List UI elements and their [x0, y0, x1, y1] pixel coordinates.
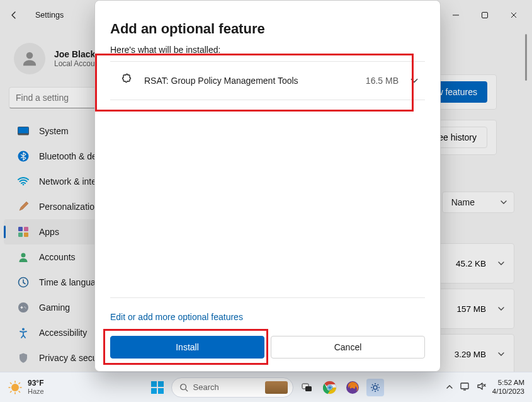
svg-rect-18	[151, 388, 157, 394]
svg-point-6	[23, 184, 25, 186]
svg-rect-4	[18, 134, 29, 135]
svg-rect-10	[24, 233, 28, 237]
svg-point-14	[22, 328, 25, 331]
puzzle-icon	[120, 73, 133, 88]
clock-time: 5:52 AM	[492, 379, 524, 387]
taskbar: 93°F Haze Search 5:52 AM 4/10/2023	[0, 372, 532, 402]
clock-date: 4/10/2023	[492, 388, 524, 396]
task-view-icon[interactable]	[298, 379, 316, 396]
apps-icon	[18, 226, 29, 238]
feature-name: RSAT: Group Policy Management Tools	[144, 76, 354, 86]
svg-point-29	[373, 386, 377, 389]
feature-size: 3.29 MB	[455, 350, 486, 359]
chevron-down-icon	[410, 76, 419, 85]
weather-temp: 93°F	[28, 379, 44, 388]
weather-condition: Haze	[28, 388, 44, 395]
clock[interactable]: 5:52 AM 4/10/2023	[492, 379, 524, 395]
chevron-down-icon	[497, 260, 505, 267]
svg-point-15	[11, 384, 19, 391]
feature-size: 45.2 KB	[456, 259, 486, 268]
chevron-down-icon	[500, 198, 507, 206]
start-button[interactable]	[149, 379, 166, 396]
search-preview-icon	[265, 381, 288, 394]
sidebar-item-label: Personalization	[39, 202, 99, 212]
chrome-icon[interactable]	[321, 379, 339, 396]
minimize-button[interactable]	[441, 5, 470, 25]
svg-point-20	[180, 384, 186, 389]
accounts-icon	[18, 251, 29, 263]
sidebar-item-label: Accessibility	[39, 328, 87, 338]
svg-rect-8	[24, 227, 28, 231]
svg-rect-16	[151, 381, 157, 387]
chevron-down-icon	[497, 305, 505, 313]
feature-item[interactable]: RSAT: Group Policy Management Tools 16.5…	[110, 61, 425, 100]
wifi-icon	[18, 176, 29, 187]
svg-rect-19	[158, 388, 164, 394]
window-title: Settings	[35, 11, 64, 20]
sidebar-item-label: Gaming	[39, 302, 70, 313]
sort-label: Name	[451, 197, 475, 207]
scrollbar[interactable]	[525, 34, 527, 81]
search-icon	[179, 383, 188, 392]
feature-size: 16.5 MB	[366, 76, 399, 86]
add-feature-dialog: Add an optional feature Here's what will…	[94, 0, 441, 372]
sidebar-item-label: System	[39, 126, 69, 136]
dialog-title: Add an optional feature	[110, 21, 425, 37]
clock-icon	[18, 277, 29, 288]
bluetooth-icon	[18, 151, 29, 162]
dialog-subtitle: Here's what will be installed:	[110, 45, 425, 55]
chevron-down-icon	[497, 350, 505, 358]
accessibility-icon	[18, 327, 29, 338]
svg-point-11	[21, 253, 26, 258]
back-button[interactable]	[4, 5, 24, 25]
svg-point-27	[328, 386, 331, 389]
firefox-icon[interactable]	[344, 379, 361, 396]
svg-point-1	[26, 52, 33, 59]
svg-rect-7	[18, 227, 23, 231]
volume-tray-icon[interactable]	[476, 381, 486, 394]
brush-icon	[18, 201, 29, 212]
tray-chevron-icon[interactable]	[446, 382, 453, 393]
network-tray-icon[interactable]	[460, 381, 470, 394]
weather-widget[interactable]: 93°F Haze	[8, 379, 44, 395]
system-icon	[18, 125, 29, 137]
edit-more-link[interactable]: Edit or add more optional features	[110, 312, 425, 322]
svg-rect-22	[305, 386, 312, 391]
weather-icon	[8, 380, 23, 395]
settings-app-icon[interactable]	[366, 379, 384, 396]
svg-rect-30	[461, 383, 468, 389]
shield-icon	[18, 352, 29, 364]
feature-size: 157 MB	[456, 304, 486, 314]
close-button[interactable]	[499, 5, 528, 25]
svg-point-13	[18, 302, 28, 313]
gaming-icon	[18, 302, 29, 313]
cancel-button[interactable]: Cancel	[271, 336, 425, 359]
sidebar-item-label: Accounts	[39, 252, 76, 262]
maximize-button[interactable]	[470, 5, 499, 25]
install-button[interactable]: Install	[110, 336, 264, 359]
taskbar-search-placeholder: Search	[193, 382, 260, 392]
sidebar-item-label: Apps	[39, 227, 59, 237]
svg-rect-0	[482, 13, 488, 18]
sort-dropdown[interactable]: Name	[442, 192, 514, 213]
svg-rect-17	[158, 381, 164, 387]
svg-rect-9	[18, 233, 23, 237]
taskbar-search[interactable]: Search	[171, 377, 293, 398]
avatar	[14, 43, 45, 74]
